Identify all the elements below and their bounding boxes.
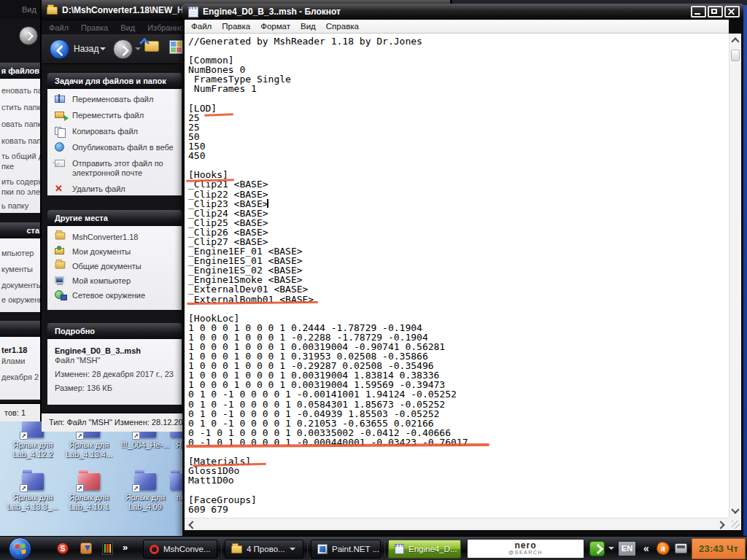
back-dropdown-caret[interactable] — [100, 47, 106, 50]
shortcut-arrow-icon: ➚ — [20, 484, 28, 492]
desktop: ➚ Ярлык дляLab_4.12.2 ➚ Ярлык дляLab_4.1… — [0, 0, 747, 560]
resize-grip[interactable] — [729, 518, 741, 530]
task-fragment[interactable]: ь папку — [1, 201, 28, 210]
menu-format[interactable]: Формат — [260, 22, 290, 31]
task-fragment[interactable]: ковать пап — [1, 136, 42, 145]
task-email-file[interactable]: Отправить этот файл по электронной почте — [47, 155, 182, 181]
taskbar: S » MshConve... 4 Прово... Paint.NET ...… — [0, 536, 747, 560]
scroll-down-icon[interactable] — [731, 505, 739, 513]
task-fragment[interactable]: стить папк — [1, 103, 40, 112]
place-my-documents[interactable]: Мои документы — [47, 244, 182, 259]
task-fragment[interactable]: еновать па — [1, 86, 42, 95]
menu-view[interactable]: Вид — [120, 23, 135, 32]
folder-shortcut-icon: ➚ — [134, 472, 156, 490]
taskbar-button-mshconverter[interactable]: MshConve... — [143, 540, 217, 559]
download-quicklaunch-icon[interactable] — [80, 542, 92, 554]
place-fragment[interactable]: е окружени — [1, 295, 42, 304]
other-places-header-fragment[interactable]: ста — [0, 222, 42, 238]
menu-view[interactable]: Вид — [301, 22, 316, 31]
menu-help[interactable]: Справка — [326, 22, 359, 31]
search-go-button[interactable] — [589, 541, 605, 556]
icon-label: Lab_4.10.1 — [61, 502, 117, 512]
language-indicator[interactable]: EN — [619, 542, 635, 556]
scrollbar-thumb[interactable] — [731, 50, 740, 61]
search-dropdown-caret[interactable] — [608, 547, 614, 550]
taskbar-button-notepad-active[interactable]: Engine4_D... — [388, 540, 461, 559]
place-mshconverter[interactable]: MshConverter1.18 — [47, 230, 182, 244]
up-folder-button[interactable] — [144, 41, 159, 52]
details-size: Размер: 136 КБ — [55, 384, 176, 392]
taskbar-button-explorer-group[interactable]: 4 Прово... — [225, 540, 303, 559]
desktop-shortcut-lab-4-10-1[interactable]: ➚ Ярлык дляLab_4.10.1 — [61, 472, 117, 512]
minimize-button[interactable] — [691, 6, 706, 18]
details-header[interactable]: Подробно — [47, 323, 182, 339]
desktop-shortcut-lab-4-13-3[interactable]: ➚ Ярлык дляLab_4.13.3_... — [4, 472, 61, 512]
icon-label: !!!_004_He-... — [117, 440, 174, 450]
scroll-right-icon[interactable] — [716, 521, 724, 529]
close-button[interactable] — [724, 6, 740, 18]
task-fragment[interactable]: ить содерж — [1, 177, 42, 186]
back-label[interactable]: Назад — [74, 44, 98, 54]
shortcut-arrow-icon: ➚ — [76, 432, 84, 440]
horizontal-scrollbar[interactable] — [185, 518, 729, 530]
tray-collapse-chevron[interactable]: « — [643, 542, 649, 554]
folder-icon — [55, 233, 66, 240]
details-header-fragment[interactable] — [0, 321, 42, 337]
taskbar-clock[interactable]: 23:43 Чт 28 — [692, 538, 746, 559]
network-icon — [55, 290, 63, 299]
scroll-up-icon[interactable] — [731, 37, 739, 45]
icon-label: Lab_4.13.4... — [61, 450, 117, 459]
tray-device-icon[interactable] — [675, 543, 687, 553]
folder-shortcut-icon: ➚ — [22, 420, 44, 438]
my-documents-icon — [55, 248, 64, 254]
menu-view[interactable]: Вид — [22, 5, 36, 14]
place-fragment[interactable]: кументы — [1, 265, 33, 273]
task-fragment[interactable]: ть общий д — [1, 152, 42, 160]
scroll-left-icon[interactable] — [188, 521, 196, 529]
icon-label: Lab_4.13.3_... — [4, 502, 61, 512]
file-tasks-box: еновать па стить папк овать папк ковать … — [0, 79, 42, 213]
task-fragment[interactable]: овать папк — [1, 120, 41, 128]
forward-dropdown-caret[interactable] — [135, 47, 141, 50]
my-computer-icon — [55, 276, 64, 284]
task-fragment[interactable]: пке — [1, 162, 14, 171]
maximize-button[interactable] — [708, 6, 723, 18]
place-shared-documents[interactable]: Общие документы — [47, 259, 182, 273]
forward-button[interactable] — [113, 39, 133, 59]
nero-search-deskband[interactable]: nero @SEARCH — [467, 539, 584, 559]
desktop-shortcut-lab-4-09[interactable]: ➚ Ярлык дляLab_4.09 — [117, 472, 174, 512]
task-move-file[interactable]: Переместить файл — [47, 107, 182, 123]
menu-file[interactable]: Файл — [49, 23, 69, 32]
file-tasks-header-fragment[interactable]: я файлов — [0, 63, 42, 79]
forward-button[interactable] — [19, 26, 38, 45]
task-copy-file[interactable]: Копировать файл — [47, 123, 182, 139]
back-button[interactable] — [50, 39, 69, 59]
vertical-scrollbar[interactable] — [729, 34, 741, 518]
other-places-header[interactable]: Другие места — [47, 210, 182, 226]
start-button[interactable] — [9, 537, 31, 560]
place-my-computer[interactable]: Мой компьютер — [47, 273, 182, 288]
menu-edit[interactable]: Правка — [222, 22, 250, 31]
task-rename-file[interactable]: Переименовать файл — [47, 91, 182, 107]
file-tasks-header[interactable]: Задачи для файлов и папок — [47, 73, 182, 89]
task-publish-file[interactable]: Опубликовать файл в вебе — [47, 139, 182, 155]
quicklaunch-overflow-chevron[interactable]: » — [123, 542, 128, 553]
views-button[interactable] — [169, 40, 183, 54]
copy-icon — [55, 127, 61, 135]
menu-file[interactable]: Файл — [191, 22, 212, 31]
shortcut-arrow-icon: ➚ — [132, 484, 140, 492]
avast-tray-icon[interactable]: a — [655, 540, 670, 556]
media-quicklaunch-icon[interactable] — [102, 542, 113, 555]
explorer-title: D:\MshConverter1.18\NEW_Н — [62, 5, 184, 15]
place-fragment[interactable]: мпьютер — [1, 249, 34, 257]
notepad-titlebar[interactable]: Engine4_D0_B_3..msh - Блокнот — [182, 4, 743, 20]
snagit-quicklaunch-icon[interactable]: S — [57, 542, 69, 554]
place-network[interactable]: Сетевое окружение — [47, 288, 182, 303]
task-delete-file[interactable]: ✕Удалить файл — [47, 181, 182, 197]
other-places-box: MshConverter1.18 Мои документы Общие док… — [47, 226, 182, 310]
place-fragment[interactable]: документы — [1, 281, 42, 289]
taskbar-button-paintnet[interactable]: Paint.NET ... — [311, 540, 381, 559]
menu-edit[interactable]: Правка — [81, 23, 108, 32]
details-fragment: декабря 2 — [1, 373, 39, 381]
task-fragment[interactable]: пки по эле — [1, 187, 40, 196]
